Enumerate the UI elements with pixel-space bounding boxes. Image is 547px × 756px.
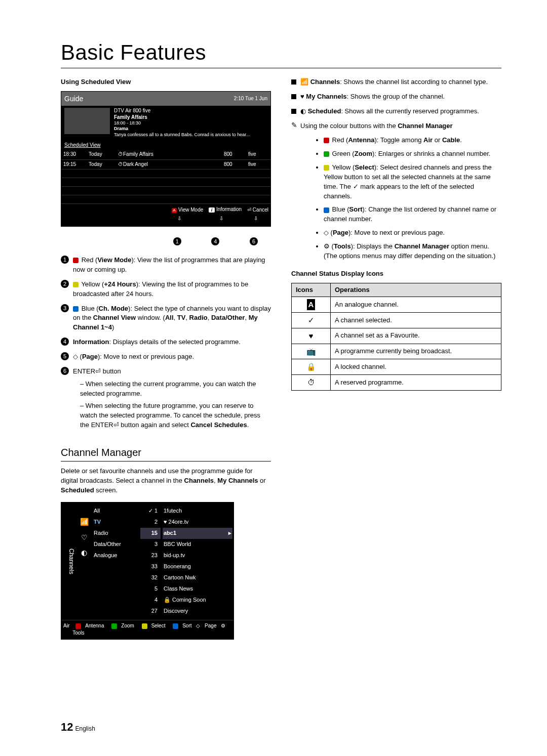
feature-numlist: 1 Red (View Mode): View the list of prog… [61,256,271,433]
guide-table: 18:30 Today ⏱Family Affairs 800 five 19:… [61,150,270,204]
right-block-list: 📶 Channels: Shows the channel list accor… [291,77,501,116]
foot-cancel: Cancel [253,206,268,214]
clock-icon: ◐ [81,548,87,558]
icons-th-ops: Operations [331,283,501,297]
red-chip-icon: A [172,208,177,213]
channel-manager-heading: Channel Manager [61,445,271,460]
scheduled-view-heading: Using Scheduled View [61,77,271,87]
square-bullet-icon [291,109,296,114]
guide-prog-genre: Drama [114,126,128,131]
heart-icon: ♡ [81,532,88,542]
page-footer: 12English [61,721,501,734]
yellow-chip-icon [324,165,329,171]
guide-programme-info: DTV Air 800 five Family Affairs 18:00 - … [114,108,267,138]
antenna-icon: 📶 [80,517,89,527]
icons-table: IconsOperations AAn analogue channel. ✓A… [291,283,501,391]
lock-icon: 🔒 [164,597,171,603]
green-chip-icon [324,151,329,157]
numlist-2-body: Yellow (+24 Hours): Viewing the list of … [73,280,271,299]
guide-prog-title: Family Affairs [114,114,147,120]
guide-footer: A View Mode i Information ⏎ Cancel ⇩ ⇩ ⇩ [61,204,270,226]
icons-desc: A locked channel. [331,359,501,375]
callout-4: 4 [211,237,219,245]
colour-note: ✎ Using the colour buttons with the Chan… [291,121,501,131]
icons-desc: A reserved programme. [331,375,501,391]
channel-cat: All [94,506,137,517]
guide-prog-desc: Tanya confesses all to a stunned Babs. C… [114,132,267,138]
icon-tv: 📺 [292,344,331,359]
title-rule [61,68,501,68]
numlist-1-body: Red (View Mode): View the list of progra… [73,256,271,275]
clock-icon: ◐ [300,107,306,115]
icon-lock: 🔒 [292,359,331,375]
numlist-6-badge: 6 [61,367,69,375]
red-chip-icon [324,138,329,143]
page-number: 12 [61,721,73,733]
icons-desc: A programme currently being broadcast. [331,344,501,359]
info-icon: i [209,207,215,213]
icons-th-icons: Icons [292,283,331,297]
heart-icon: ♥ [164,519,167,525]
square-bullet-icon [291,79,296,85]
numlist-3-body: Blue (Ch. Mode): Select the type of chan… [73,304,271,333]
channels-side-icons: 📶 ♡ ◐ [76,502,92,619]
channels-foot-right: Antenna Zoom Select Sort ◇ Page ⚙ Tools [69,622,231,637]
channel-names: 1futech ♥ 24ore.tv abc1 ▸ BBC World bid-… [162,502,233,619]
numlist-5-body: ◇ (Page): Move to next or previous page. [73,352,271,362]
scheduled-view-tab: Scheduled View [61,141,270,150]
numlist-6-sub2: When selecting the future programme, you… [80,401,271,430]
guide-row: 19:15 Today ⏱Dark Angel 800 five [61,159,270,170]
icon-clock: ⏱ [292,375,331,391]
icon-analogue: A [292,297,331,313]
guide-callouts: 1 4 6 [61,233,271,248]
heart-icon: ♥ [300,93,304,100]
guide-title: Guide [64,94,83,104]
yellow-chip-icon [73,282,79,287]
icons-desc: An analogue channel. [331,297,501,313]
green-chip-icon [111,623,117,629]
foot-view-mode: View Mode [178,206,203,214]
icons-desc: A channel selected. [331,313,501,328]
numlist-2-badge: 2 [61,280,69,288]
guide-row: 18:30 Today ⏱Family Affairs 800 five [61,150,270,159]
channel-cat: Analogue [94,550,137,561]
channel-manager-body: Delete or set favourite channels and use… [61,467,271,495]
red-chip-icon [75,623,81,629]
yellow-chip-icon [142,623,147,629]
channels-side-label: Channels [61,502,76,619]
numlist-5-badge: 5 [61,352,69,360]
icons-desc: A channel set as a Favourite. [331,328,501,344]
guide-clock: 2:10 Tue 1 Jun [234,95,267,103]
channels-widget: Channels 📶 ♡ ◐ All TV Radio Data/Other A… [61,502,234,639]
numlist-4-body: Information: Displays details of the sel… [73,338,271,347]
channel-cat: Radio [94,528,137,539]
blue-chip-icon [324,207,329,213]
blue-chip-icon [73,306,79,312]
page-title: Basic Features [61,40,501,65]
colour-button-list: Red (Antenna): Toggle among Air or Cable… [298,136,501,261]
numlist-1-badge: 1 [61,256,69,264]
blue-chip-icon [173,623,178,629]
section-rule [61,461,271,461]
icons-table-heading: Channel Status Display Icons [291,269,501,279]
channel-categories: All TV Radio Data/Other Analogue [92,502,139,619]
numlist-3-badge: 3 [61,304,69,312]
page-lang: English [75,725,95,732]
channel-cat-selected: TV [94,517,137,528]
guide-thumbnail [64,108,110,134]
foot-information: Information [216,206,242,214]
icon-heart: ♥ [292,328,331,344]
guide-channel-line: DTV Air 800 five [114,108,267,114]
channel-numbers: ✓ 1 2 15 3 23 33 32 5 4 27 [139,502,162,619]
antenna-icon: 📶 [300,78,308,86]
guide-widget: Guide 2:10 Tue 1 Jun DTV Air 800 five Fa… [61,91,271,227]
return-icon: ⏎ [247,206,251,214]
callout-1: 1 [173,237,181,245]
red-chip-icon [73,258,79,263]
callout-6: 6 [250,237,258,245]
numlist-6-sub1: When selecting the current programme, yo… [80,380,271,399]
note-icon: ✎ [291,121,297,131]
numlist-6-body: ENTER⏎ button When selecting the current… [73,367,271,433]
arrow-right-icon: ▸ [228,529,231,537]
square-bullet-icon [291,94,296,99]
